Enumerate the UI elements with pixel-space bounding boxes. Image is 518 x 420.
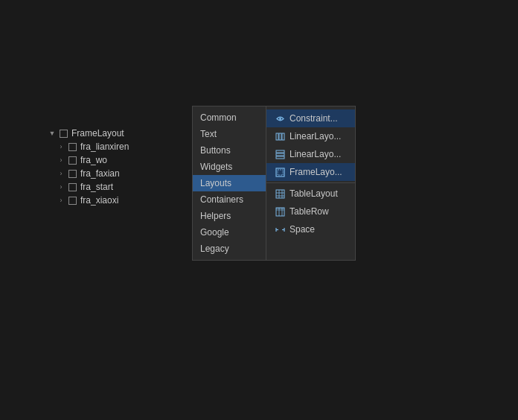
tree-root-label: FrameLayout [71, 128, 124, 139]
menu-item-linear-h-label: LinearLayo... [290, 131, 341, 141]
tree-child-icon-0 [67, 141, 77, 152]
tree-root-icon [58, 128, 68, 139]
menu-category-legacy-label: Legacy [200, 244, 229, 254]
menu-category-common-label: Common [200, 112, 237, 123]
menu-item-linear-h[interactable]: LinearLayo... [266, 127, 355, 145]
menu-item-constraint[interactable]: Constraint... [266, 109, 355, 127]
menu-category-layouts-label: Layouts [200, 178, 231, 188]
svg-point-0 [279, 118, 281, 120]
svg-rect-3 [282, 133, 284, 140]
tree-child-item[interactable]: › fra_xiaoxi [54, 194, 194, 207]
svg-rect-4 [276, 150, 284, 153]
menu-item-table-row[interactable]: TableRow [266, 203, 355, 220]
tree-child-item[interactable]: › fra_faxian [54, 167, 194, 180]
tree-child-icon-1 [67, 155, 77, 165]
menu-category-widgets[interactable]: Widgets [193, 159, 266, 175]
menu-category-common[interactable]: Common [193, 109, 266, 126]
tree-root-item[interactable]: ▼ FrameLayout [45, 127, 194, 140]
menu-category-layouts[interactable]: Layouts [193, 175, 266, 191]
menu-item-space-label: Space [290, 224, 315, 235]
dropdown-container: Common Text Buttons Widgets Layouts Cont… [192, 106, 356, 261]
menu-category-buttons[interactable]: Buttons [193, 142, 266, 159]
menu-item-table-row-label: TableRow [290, 206, 329, 217]
svg-rect-8 [278, 170, 283, 175]
tree-child-chevron-2: › [57, 169, 65, 178]
svg-rect-5 [276, 153, 284, 156]
menu-category-google-label: Google [200, 227, 229, 238]
tree-children: › fra_lianxiren › fra_wo › fra_faxian › [54, 140, 194, 207]
table-row-icon [274, 206, 286, 217]
tree-child-label-4: fra_xiaoxi [80, 195, 118, 206]
menu-item-frame[interactable]: FrameLayo... [266, 163, 355, 181]
menu-category-buttons-label: Buttons [200, 145, 231, 156]
tree-child-chevron-0: › [57, 142, 65, 151]
svg-rect-15 [276, 208, 284, 211]
menu-category-containers-label: Containers [200, 194, 243, 205]
menu-item-linear-v[interactable]: LinearLayo... [266, 145, 355, 163]
tree-child-icon-3 [67, 182, 77, 192]
menu-item-frame-label: FrameLayo... [290, 167, 342, 177]
table-layout-icon [274, 188, 286, 200]
menu-item-linear-v-label: LinearLayo... [290, 149, 341, 159]
linear-v-icon [274, 148, 286, 160]
tree-child-label-1: fra_wo [80, 155, 107, 165]
menu-item-constraint-label: Constraint... [290, 113, 338, 124]
menu-category-widgets-label: Widgets [200, 162, 232, 172]
tree-child-item[interactable]: › fra_start [54, 180, 194, 194]
menu-category-containers[interactable]: Containers [193, 191, 266, 208]
linear-h-icon [274, 130, 286, 142]
tree-child-chevron-3: › [57, 182, 65, 191]
tree-child-chevron-4: › [57, 196, 65, 205]
tree-child-icon-4 [67, 195, 77, 206]
menu-category-text-label: Text [200, 129, 217, 139]
svg-rect-6 [276, 156, 284, 159]
svg-rect-1 [276, 133, 278, 140]
svg-rect-9 [276, 190, 284, 198]
menu-item-table-label: TableLayout [290, 188, 338, 199]
tree-root-chevron: ▼ [48, 129, 57, 138]
menu-item-space[interactable]: Space [266, 220, 355, 238]
menu-category-google[interactable]: Google [193, 224, 266, 241]
menu-category-legacy[interactable]: Legacy [193, 241, 266, 257]
menu-category-helpers-label: Helpers [200, 211, 231, 221]
tree-child-icon-2 [67, 168, 77, 179]
menu-category-text[interactable]: Text [193, 126, 266, 142]
menu-divider [266, 182, 355, 183]
menu-items-column: Constraint... LinearLayo... [266, 106, 356, 261]
tree-child-label-0: fra_lianxiren [80, 141, 129, 152]
svg-rect-2 [279, 133, 281, 140]
tree-panel: ▼ FrameLayout › fra_lianxiren › fra_wo › [45, 127, 194, 207]
tree-child-chevron-1: › [57, 156, 65, 165]
menu-category-helpers[interactable]: Helpers [193, 208, 266, 224]
tree-child-item[interactable]: › fra_lianxiren [54, 140, 194, 153]
tree-child-item[interactable]: › fra_wo [54, 153, 194, 167]
tree-child-label-3: fra_start [80, 182, 113, 192]
tree-child-label-2: fra_faxian [80, 168, 120, 179]
frame-layout-icon [274, 166, 286, 178]
menu-item-table[interactable]: TableLayout [266, 185, 355, 203]
menu-category-column: Common Text Buttons Widgets Layouts Cont… [192, 106, 266, 261]
constraint-icon [274, 112, 286, 124]
space-icon [274, 223, 286, 235]
